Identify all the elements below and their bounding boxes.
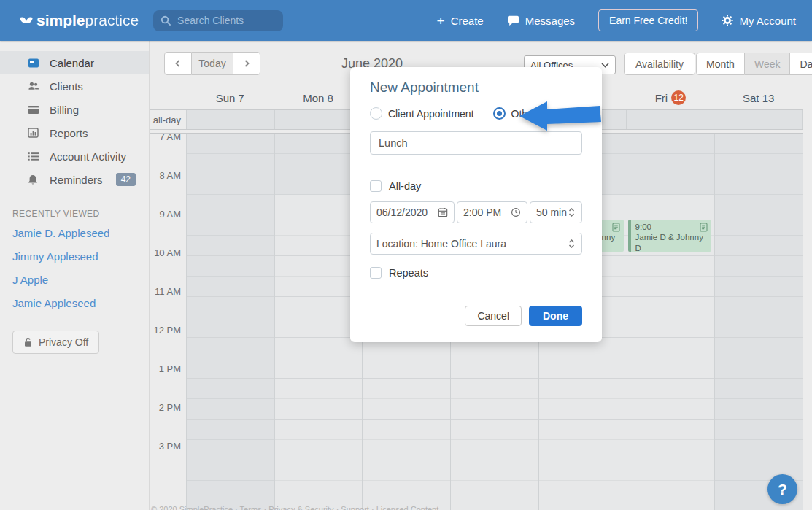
time-slot[interactable] (451, 420, 538, 460)
time-slot[interactable] (627, 174, 715, 215)
privacy-toggle-button[interactable]: Privacy Off (12, 331, 99, 354)
time-slot[interactable] (275, 134, 363, 174)
sidebar-item-billing[interactable]: Billing (0, 98, 149, 121)
sidebar-item-account-activity[interactable]: Account Activity (0, 144, 149, 168)
day-header-6[interactable]: Sat 13 (714, 86, 803, 109)
time-slot[interactable] (187, 215, 274, 256)
time-slot[interactable] (363, 420, 450, 460)
time-slot[interactable] (627, 501, 715, 510)
time-slot[interactable] (187, 256, 274, 297)
repeats-checkbox[interactable] (370, 267, 382, 279)
view-tab-month[interactable]: Month (696, 53, 745, 75)
time-slot[interactable] (715, 338, 803, 379)
all-day-slot[interactable] (186, 110, 274, 129)
repeats-checkbox-row[interactable]: Repeats (370, 267, 582, 279)
time-slot[interactable] (715, 215, 803, 256)
my-account-button[interactable]: My Account (722, 15, 796, 27)
earn-free-credit-button[interactable]: Earn Free Credit! (598, 9, 698, 31)
time-slot[interactable] (715, 297, 803, 338)
time-slot[interactable] (451, 501, 538, 510)
client-search[interactable] (153, 10, 283, 31)
view-tab-week[interactable]: Week (745, 53, 791, 75)
time-slot[interactable] (715, 174, 803, 215)
time-slot[interactable] (275, 297, 363, 338)
time-slot[interactable] (275, 460, 363, 501)
time-slot[interactable] (363, 460, 450, 501)
view-tab-day[interactable]: Day (790, 53, 812, 75)
time-slot[interactable] (363, 379, 450, 420)
date-field[interactable]: 06/12/2020 (370, 201, 455, 223)
time-slot[interactable] (187, 420, 274, 460)
time-slot[interactable] (275, 256, 363, 297)
done-button[interactable]: Done (529, 306, 582, 326)
time-slot[interactable] (539, 460, 627, 501)
time-slot[interactable] (715, 256, 803, 297)
time-field[interactable]: 2:00 PM (457, 201, 527, 223)
time-slot[interactable] (627, 338, 715, 379)
recent-client-link[interactable]: Jamie Appleseed (12, 292, 149, 315)
today-button[interactable]: Today (192, 52, 233, 75)
time-slot[interactable] (539, 501, 627, 510)
time-slot[interactable] (627, 297, 715, 338)
stepper-chevrons-icon[interactable] (568, 207, 576, 217)
time-slot[interactable] (627, 420, 715, 460)
client-appointment-radio[interactable]: Client Appointment (370, 107, 474, 120)
day-header-5[interactable]: Fri12 (627, 86, 715, 109)
all-day-slot[interactable] (626, 110, 714, 129)
all-day-checkbox-row[interactable]: All-day (370, 180, 582, 192)
time-slot[interactable] (275, 420, 363, 460)
search-input[interactable] (177, 15, 272, 26)
time-slot[interactable] (187, 379, 274, 420)
time-slot[interactable] (451, 460, 538, 501)
availability-button[interactable]: Availability (624, 53, 695, 75)
time-slot[interactable] (627, 460, 715, 501)
recent-client-link[interactable]: Jimmy Appleseed (12, 245, 149, 268)
time-slot[interactable] (363, 338, 450, 379)
time-slot[interactable] (275, 338, 363, 379)
appointment-name-input[interactable] (370, 131, 582, 155)
time-slot[interactable] (187, 460, 274, 501)
sidebar-item-calendar[interactable]: Calendar (0, 51, 149, 74)
cancel-button[interactable]: Cancel (465, 306, 522, 326)
sidebar-item-reminders[interactable]: Reminders42 (0, 168, 149, 191)
time-slot[interactable] (715, 379, 803, 420)
time-slot[interactable] (627, 379, 715, 420)
create-button[interactable]: + Create (437, 14, 484, 28)
all-day-slot[interactable] (274, 110, 363, 129)
next-week-button[interactable] (233, 52, 260, 75)
time-slot[interactable] (451, 379, 538, 420)
time-slot[interactable] (451, 338, 538, 379)
all-day-slot[interactable] (714, 110, 803, 129)
time-slot[interactable] (627, 134, 715, 174)
footer-links[interactable]: © 2020 SimplePractice · Terms · Privacy … (151, 505, 438, 510)
sidebar-item-clients[interactable]: Clients (0, 74, 149, 98)
time-slot[interactable] (187, 134, 274, 174)
radio-unchecked-icon[interactable] (370, 107, 382, 120)
time-slot[interactable] (539, 420, 627, 460)
time-slot[interactable] (539, 379, 627, 420)
day-header-0[interactable]: Sun 7 (186, 86, 274, 109)
all-day-checkbox[interactable] (370, 180, 382, 192)
time-slot[interactable] (275, 379, 363, 420)
sidebar-item-reports[interactable]: Reports (0, 121, 149, 144)
day-header-1[interactable]: Mon 8 (274, 86, 363, 109)
recent-client-link[interactable]: Jamie D. Appleseed (12, 222, 149, 245)
time-slot[interactable] (187, 174, 274, 215)
recent-client-link[interactable]: J Apple (12, 268, 149, 292)
location-select[interactable]: Location: Home Office Laura (370, 233, 582, 255)
time-slot[interactable] (275, 215, 363, 256)
time-slot[interactable] (539, 338, 627, 379)
radio-checked-icon[interactable] (493, 107, 506, 120)
duration-stepper[interactable]: 50 min (530, 201, 582, 223)
simplepractice-logo[interactable]: simplepractice (19, 12, 139, 29)
time-slot[interactable] (715, 420, 803, 460)
time-slot[interactable] (715, 134, 803, 174)
time-slot[interactable] (715, 501, 803, 510)
appointment-event[interactable]: 9:00Jamie D & Johnny D (628, 220, 712, 252)
time-slot[interactable] (627, 256, 715, 297)
time-slot[interactable] (275, 174, 363, 215)
prev-week-button[interactable] (164, 52, 192, 75)
help-button[interactable]: ? (767, 474, 797, 504)
messages-button[interactable]: Messages (507, 15, 575, 27)
time-slot[interactable] (187, 338, 274, 379)
